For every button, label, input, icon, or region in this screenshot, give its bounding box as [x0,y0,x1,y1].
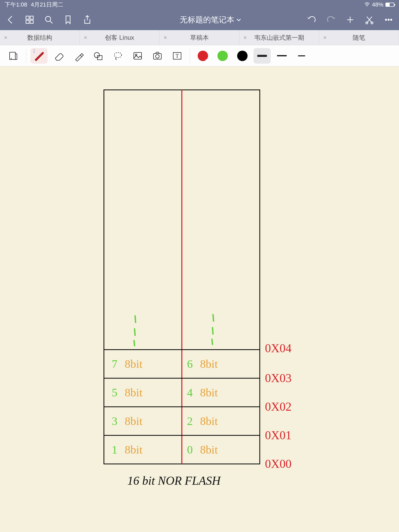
redo-button[interactable] [326,15,336,25]
eraser-tool[interactable] [50,48,67,64]
cell-num: 1 [112,443,117,456]
tool-bar: ⋮ T [0,45,399,66]
stroke-thick[interactable] [254,48,271,64]
svg-line-30 [213,315,214,321]
divider [26,49,26,63]
svg-rect-1 [26,16,29,19]
cell-bits: 8bit [125,443,142,456]
svg-line-27 [135,316,136,322]
svg-point-9 [388,19,389,21]
cell-num: 3 [112,415,117,428]
pen-tool[interactable]: ⋮ [30,48,48,64]
undo-button[interactable] [307,15,317,25]
cell-bits: 8bit [200,386,218,399]
scissors-button[interactable] [364,15,375,25]
tab-close-icon[interactable]: × [319,34,331,41]
svg-point-14 [114,52,122,58]
svg-text:T: T [176,53,179,59]
status-date: 4月21日周二 [31,1,63,9]
svg-line-28 [135,329,135,335]
divider [190,49,190,63]
wifi-icon [364,1,370,8]
cell-bits: 8bit [125,386,142,399]
tab-1[interactable]: ×创客 Linux [80,30,159,45]
addr-label: 0X04 [265,342,291,355]
camera-tool[interactable] [149,48,166,64]
addr-label: 0X02 [265,400,291,413]
svg-line-32 [212,339,212,344]
svg-point-5 [45,16,51,22]
bluetooth-icon: ⋮ [32,49,36,54]
svg-point-8 [385,19,387,21]
tab-close-icon[interactable]: × [159,34,171,41]
status-time: 下午1:08 [5,1,27,9]
page-tool[interactable] [5,48,22,64]
stroke-thin[interactable] [293,48,310,64]
chevron-down-icon [236,18,241,21]
cell-num: 4 [187,386,193,399]
text-tool[interactable]: T [169,48,186,64]
cell-num: 0 [187,443,193,456]
image-tool[interactable] [129,48,146,64]
svg-rect-4 [30,20,33,23]
tab-bar: ×数据结构 ×创客 Linux ×草稿本 ×韦东山嵌式第一期 ×随笔 [0,30,399,45]
svg-rect-3 [26,20,29,23]
cell-num: 7 [112,358,117,370]
svg-rect-2 [30,16,33,19]
tab-3[interactable]: ×韦东山嵌式第一期 [240,30,319,45]
tab-4[interactable]: ×随笔 [319,30,399,45]
svg-rect-11 [10,52,15,59]
note-canvas[interactable]: 7 8bit 6 8bit 5 8bit 4 8bit 3 8bit 2 8bi… [0,66,399,532]
stroke-medium[interactable] [273,48,290,64]
status-bar: 下午1:08 4月21日周二 48% [0,0,399,9]
tab-close-icon[interactable]: × [0,34,11,41]
highlighter-tool[interactable] [70,48,87,64]
chevron-down-icon [205,58,209,62]
cell-bits: 8bit [200,415,218,428]
cell-num: 2 [187,415,193,428]
cell-num: 6 [187,358,193,370]
cell-bits: 8bit [200,358,218,370]
battery-icon [385,3,394,7]
add-button[interactable] [345,15,355,25]
svg-rect-15 [134,52,142,59]
battery-percent: 48% [372,1,383,8]
color-green[interactable] [214,48,231,64]
svg-line-29 [134,341,135,346]
back-button[interactable] [5,15,16,25]
addr-label: 0X01 [265,429,291,442]
more-button[interactable] [383,15,394,25]
cell-num: 5 [112,386,117,399]
svg-point-10 [391,19,392,21]
svg-rect-13 [97,56,102,60]
cell-bits: 8bit [125,358,142,370]
cell-bits: 8bit [200,443,218,456]
lasso-tool[interactable] [109,48,127,64]
search-button[interactable] [44,15,54,25]
share-button[interactable] [82,15,92,25]
diagram: 7 8bit 6 8bit 5 8bit 4 8bit 3 8bit 2 8bi… [0,66,399,532]
shapes-tool[interactable] [90,48,107,64]
grid-view-button[interactable] [24,15,35,25]
svg-line-31 [212,328,213,334]
svg-point-16 [135,54,137,56]
svg-point-12 [94,52,99,58]
titlebar: 无标题的笔记本 [0,9,399,30]
cell-bits: 8bit [125,415,142,428]
addr-label: 0X00 [265,457,291,470]
tab-0[interactable]: ×数据结构 [0,30,80,45]
tab-close-icon[interactable]: × [240,34,251,41]
diagram-caption: 16 bit NOR FLASH [127,474,221,487]
svg-point-18 [156,55,159,58]
svg-point-0 [367,6,368,6]
notebook-title[interactable]: 无标题的笔记本 [114,15,307,25]
color-red[interactable] [194,48,211,64]
addr-label: 0X03 [265,371,291,385]
bookmark-button[interactable] [63,15,73,25]
color-black[interactable] [234,48,251,64]
tab-close-icon[interactable]: × [80,34,91,41]
tab-2[interactable]: ×草稿本 [159,30,239,45]
